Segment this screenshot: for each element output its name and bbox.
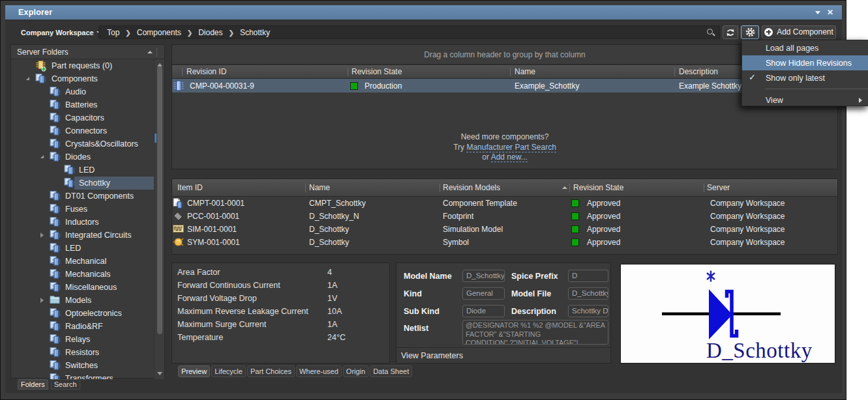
refresh-button[interactable] (723, 25, 738, 39)
model-row-component-template[interactable]: CMPT-001-0001CMPT_SchottkyComponent Temp… (172, 197, 837, 210)
tree-item-schottky[interactable]: Schottky (11, 177, 154, 190)
column-header-name[interactable]: Name (515, 67, 535, 76)
field-input-model-file[interactable]: D_Schottky (568, 287, 608, 300)
status-color-box (571, 225, 579, 233)
tree-item-audio[interactable]: Audio (11, 85, 154, 98)
cell-revision-models: Symbol (443, 238, 469, 247)
parameter-row: Area Factor4 (172, 266, 389, 279)
tree-item-resistors[interactable]: Resistors (11, 346, 154, 359)
column-header-revision-id[interactable]: Revision ID (187, 67, 226, 76)
sidebar-tab-folders[interactable]: Folders (18, 379, 48, 390)
tree-item-label: Mechanical (65, 257, 106, 266)
tab-data-sheet[interactable]: Data Sheet (370, 365, 412, 377)
tree-item-models[interactable]: Models (11, 294, 154, 307)
menu-item-load-all-pages[interactable]: Load all pages (742, 40, 868, 55)
netlist-field[interactable]: @DESIGNATOR %1 %2 @MODEL &"AREA FACTOR" … (462, 320, 608, 345)
field-input-sub-kind[interactable]: Diode (462, 305, 505, 317)
panel-menu-caret-icon[interactable] (815, 11, 820, 14)
tree-item-label: Integrated Circuits (65, 231, 131, 240)
field-input-model-name[interactable]: D_Schottky (462, 270, 505, 282)
tree-item-miscellaneous[interactable]: Miscellaneous (11, 281, 154, 294)
tree-item-diodes[interactable]: Diodes (11, 150, 154, 164)
scroll-down-icon[interactable] (157, 372, 162, 375)
tree-item-dt01-components[interactable]: DT01 Components (11, 190, 154, 203)
tree-item-connectors[interactable]: Connectors (11, 124, 154, 137)
tree-item-integrated-circuits[interactable]: Integrated Circuits (11, 229, 154, 242)
workspace-dropdown[interactable]: Company Workspace (18, 25, 104, 39)
tree-item-inductors[interactable]: Inductors (11, 216, 154, 229)
caret-collapsed-icon[interactable] (40, 298, 44, 303)
component-folder-icon (50, 87, 61, 96)
breadcrumb-item-top[interactable]: Top (107, 28, 119, 37)
tree-item-components[interactable]: Components (11, 72, 154, 85)
menu-item-view[interactable]: View (742, 93, 868, 107)
caret-expanded-icon[interactable] (26, 77, 29, 80)
symbol-icon (173, 237, 184, 247)
scrollbar-thumb[interactable] (157, 66, 162, 334)
model-row-footprint[interactable]: PCC-001-0001D_Schottky_NFootprintApprove… (172, 210, 837, 223)
tree-item-led[interactable]: LED (11, 242, 154, 255)
titlebar[interactable]: Explorer ✕ (5, 5, 842, 20)
netlist-label: Netlist (404, 324, 428, 333)
column-header-revision-models[interactable]: Revision Models (443, 183, 500, 192)
tree-item-relays[interactable]: Relays (11, 333, 154, 346)
tree-item-optoelectronics[interactable]: Optoelectronics (11, 307, 154, 320)
tree-item-radio-rf[interactable]: Radio&RF (11, 320, 154, 333)
field-input-description[interactable]: Schottky D (568, 305, 608, 317)
tab-preview[interactable]: Preview (178, 365, 210, 377)
parameter-value: 1V (327, 294, 337, 303)
tab-lifecycle[interactable]: Lifecycle (211, 365, 246, 377)
search-icon[interactable] (706, 28, 715, 37)
tab-where-used[interactable]: Where-used (296, 365, 342, 377)
column-header-server[interactable]: Server (707, 183, 730, 192)
settings-button[interactable] (741, 25, 759, 39)
cell-revision-state: Approved (587, 225, 620, 234)
component-folder-icon (50, 373, 61, 379)
component-folder-icon (50, 256, 61, 266)
sort-ascending-icon (147, 51, 153, 53)
tree-item-led[interactable]: LED (11, 164, 154, 177)
add-component-button[interactable]: Add Component (762, 25, 836, 39)
close-icon[interactable]: ✕ (827, 8, 833, 16)
view-parameters-bar[interactable]: View Parameters (397, 347, 610, 363)
column-header-item-id[interactable]: Item ID (177, 183, 203, 192)
field-input-spice-prefix[interactable]: D (568, 270, 608, 282)
tree-item-part-requests-0-[interactable]: Part requests (0) (11, 59, 154, 72)
menu-item-label: Load all pages (766, 44, 818, 53)
caret-expanded-icon[interactable] (40, 155, 44, 158)
column-separator (440, 184, 440, 192)
manufacturer-part-search-link[interactable]: Manufacturer Part Search (466, 143, 556, 152)
sidebar-tabs: FoldersSearch (18, 379, 80, 390)
tree-item-switches[interactable]: Switches (11, 359, 154, 372)
breadcrumb-item-diodes[interactable]: Diodes (198, 28, 222, 37)
add-new-link[interactable]: Add new... (491, 152, 528, 162)
tree-item-transformers[interactable]: Transformers (11, 372, 154, 379)
breadcrumb-item-components[interactable]: Components (137, 28, 181, 37)
breadcrumb-items: Top❯Components❯Diodes❯Schottky (107, 28, 276, 37)
model-row-simulation-model[interactable]: SIM-001-0001D_SchottkySimulation ModelAp… (172, 223, 837, 236)
field-input-kind[interactable]: General (462, 287, 505, 300)
tab-origin[interactable]: Origin (343, 365, 368, 377)
sidebar-tab-search[interactable]: Search (51, 379, 80, 390)
tree-item-mechanical[interactable]: Mechanical (11, 255, 154, 268)
tree-item-fuses[interactable]: Fuses (11, 203, 154, 216)
menu-item-show-hidden-revisions[interactable]: Show Hidden Revisions (742, 55, 868, 70)
column-header-revision-state[interactable]: Revision State (352, 67, 402, 76)
column-header-revision-state[interactable]: Revision State (573, 183, 623, 192)
model-row-symbol[interactable]: SYM-001-0001D_SchottkySymbolApprovedComp… (172, 236, 837, 249)
sidebar-scrollbar[interactable] (154, 59, 164, 379)
tree-item-batteries[interactable]: Batteries (11, 98, 154, 111)
server-folders-header[interactable]: Server Folders (11, 45, 164, 59)
menu-item-show-only-latest[interactable]: ✓Show only latest (742, 70, 868, 85)
tree-item-capacitors[interactable]: Capacitors (11, 111, 154, 124)
tab-part-choices[interactable]: Part Choices (247, 365, 295, 377)
breadcrumb[interactable]: Top❯Components❯Diodes❯Schottky (98, 25, 720, 39)
group-by-bar[interactable]: Drag a column header to group by that co… (172, 45, 837, 65)
tree-item-mechanicals[interactable]: Mechanicals (11, 268, 154, 281)
breadcrumb-item-schottky[interactable]: Schottky (240, 28, 270, 37)
tree-item-crystals-oscillators[interactable]: Crystals&Oscillators (11, 137, 154, 150)
column-header-description[interactable]: Description (679, 67, 718, 76)
column-header-name[interactable]: Name (309, 183, 330, 192)
caret-collapsed-icon[interactable] (40, 233, 44, 238)
revision-row[interactable]: CMP-004-00031-9ProductionExample_Schottk… (172, 79, 837, 93)
